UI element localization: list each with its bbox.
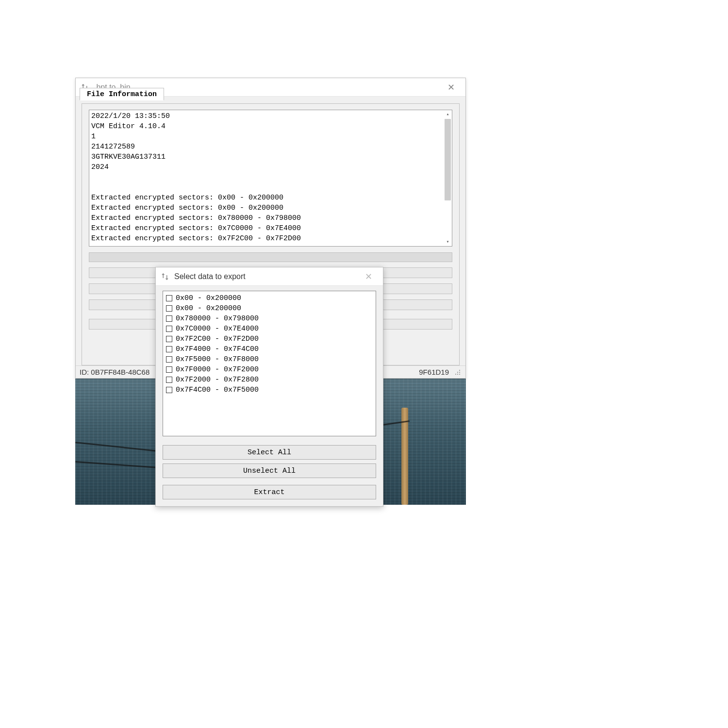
scroll-up-icon[interactable]: ▴ [444, 110, 452, 118]
sector-label: 0x7C0000 - 0x7E4000 [176, 324, 259, 334]
checkbox-icon[interactable] [166, 336, 172, 342]
unselect-all-button[interactable]: Unselect All [163, 463, 376, 478]
scroll-thumb[interactable] [445, 119, 451, 200]
sector-item[interactable]: 0x7F4000 - 0x7F4C00 [166, 344, 373, 354]
sector-item[interactable]: 0x780000 - 0x798000 [166, 314, 373, 324]
sector-item[interactable]: 0x00 - 0x200000 [166, 293, 373, 303]
status-id-right: 9F61D19 [419, 368, 449, 376]
checkbox-icon[interactable] [166, 305, 172, 312]
scroll-down-icon[interactable]: ▾ [444, 238, 452, 246]
select-all-button[interactable]: Select All [163, 445, 376, 460]
dialog-close-icon[interactable]: ✕ [358, 267, 379, 285]
sector-item[interactable]: 0x7F0000 - 0x7F2000 [166, 364, 373, 375]
sector-item[interactable]: 0x7F5000 - 0x7F8000 [166, 354, 373, 364]
checkbox-icon[interactable] [166, 326, 172, 332]
dialog-icon [161, 272, 169, 281]
status-id-left: ID: 0B7FF84B-48C68 [80, 368, 149, 376]
close-icon[interactable]: ✕ [440, 78, 462, 96]
sector-label: 0x7F4C00 - 0x7F5000 [176, 385, 259, 395]
checkbox-icon[interactable] [166, 387, 172, 393]
sector-label: 0x7F2000 - 0x7F2800 [176, 375, 259, 385]
extract-button[interactable]: Extract [163, 485, 376, 499]
log-output[interactable]: 2022/1/20 13:35:50 VCM Editor 4.10.4 1 2… [89, 110, 452, 247]
sector-label: 0x7F5000 - 0x7F8000 [176, 354, 259, 364]
sector-item[interactable]: 0x00 - 0x200000 [166, 303, 373, 314]
sector-label: 0x00 - 0x200000 [176, 293, 241, 303]
sector-label: 0x7F0000 - 0x7F2000 [176, 364, 259, 375]
sector-item[interactable]: 0x7C0000 - 0x7E4000 [166, 324, 373, 334]
checkbox-icon[interactable] [166, 346, 172, 352]
scrollbar[interactable]: ▴ ▾ [444, 110, 452, 246]
checkbox-icon[interactable] [166, 366, 172, 373]
sector-label: 0x7F4000 - 0x7F4C00 [176, 344, 259, 354]
sector-label: 0x7F2C00 - 0x7F2D00 [176, 334, 259, 344]
export-dialog: Select data to export ✕ 0x00 - 0x2000000… [155, 267, 383, 507]
sector-checklist: 0x00 - 0x2000000x00 - 0x2000000x780000 -… [163, 291, 376, 436]
sector-label: 0x780000 - 0x798000 [176, 314, 259, 324]
tab-file-information[interactable]: File Information [80, 88, 164, 100]
log-text: 2022/1/20 13:35:50 VCM Editor 4.10.4 1 2… [91, 112, 301, 243]
sector-item[interactable]: 0x7F2C00 - 0x7F2D00 [166, 334, 373, 344]
checkbox-icon[interactable] [166, 377, 172, 383]
dialog-titlebar[interactable]: Select data to export ✕ [156, 267, 383, 286]
checkbox-icon[interactable] [166, 356, 172, 363]
action-bar-1[interactable] [89, 252, 452, 262]
checkbox-icon[interactable] [166, 315, 172, 322]
sector-item[interactable]: 0x7F2000 - 0x7F2800 [166, 375, 373, 385]
sector-label: 0x00 - 0x200000 [176, 303, 241, 314]
sector-item[interactable]: 0x7F4C00 - 0x7F5000 [166, 385, 373, 395]
resize-grip-icon[interactable] [454, 368, 462, 376]
checkbox-icon[interactable] [166, 295, 172, 301]
dialog-title: Select data to export [174, 272, 246, 281]
